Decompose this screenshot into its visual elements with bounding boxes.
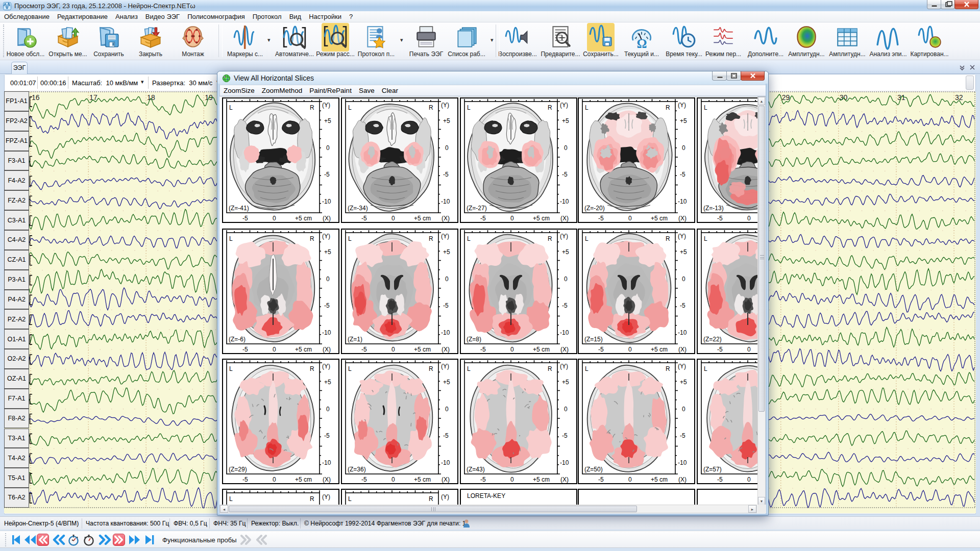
svg-text:R: R (666, 235, 670, 242)
svg-text:(X): (X) (560, 215, 569, 222)
svg-text:(Y): (Y) (678, 233, 686, 240)
svg-text:+5: +5 (562, 379, 569, 386)
svg-text:(Y): (Y) (678, 102, 686, 109)
svg-text:(Z=-34): (Z=-34) (348, 205, 368, 212)
svg-text:(Y): (Y) (678, 363, 686, 370)
svg-text:(X): (X) (442, 215, 450, 222)
svg-text:L: L (585, 235, 589, 242)
svg-text:R: R (666, 104, 670, 111)
svg-text:+5 cm: +5 cm (533, 215, 550, 222)
svg-text:(Y): (Y) (441, 233, 449, 240)
svg-text:0: 0 (273, 476, 276, 483)
svg-text:(Y): (Y) (560, 102, 568, 109)
svg-text:-5: -5 (361, 346, 367, 353)
svg-text:-5: -5 (480, 346, 486, 353)
svg-text:-5: -5 (443, 302, 449, 309)
svg-text:R: R (310, 495, 314, 503)
svg-text:L: L (467, 235, 471, 242)
svg-text:-5: -5 (562, 432, 568, 439)
svg-text:+5 cm: +5 cm (414, 476, 431, 483)
svg-text:-10: -10 (322, 459, 331, 466)
svg-text:+5: +5 (443, 248, 450, 256)
svg-text:+5: +5 (324, 248, 331, 256)
svg-text:(Y): (Y) (322, 233, 330, 240)
svg-text:(Z=50): (Z=50) (584, 466, 603, 473)
svg-text:(Z=36): (Z=36) (348, 466, 366, 473)
svg-text:LORETA-KEY: LORETA-KEY (467, 492, 505, 499)
svg-text:-5: -5 (480, 476, 486, 483)
svg-text:(Y): (Y) (441, 493, 449, 500)
svg-text:L: L (348, 365, 352, 372)
svg-text:+5 cm: +5 cm (295, 476, 312, 483)
svg-text:0: 0 (510, 476, 514, 483)
svg-text:-5: -5 (324, 302, 330, 309)
svg-text:(Z=-13): (Z=-13) (703, 205, 724, 212)
svg-text:-5: -5 (562, 171, 568, 178)
svg-text:-5: -5 (242, 215, 248, 222)
svg-text:+5: +5 (562, 248, 569, 256)
svg-text:+5 cm: +5 cm (295, 215, 312, 222)
svg-text:0: 0 (273, 346, 276, 353)
svg-text:R: R (548, 104, 552, 111)
svg-text:0: 0 (391, 476, 395, 483)
svg-text:L: L (704, 104, 707, 111)
svg-text:+5 cm: +5 cm (414, 346, 431, 353)
svg-text:-10: -10 (441, 329, 450, 336)
svg-text:0: 0 (445, 406, 449, 413)
svg-text:+5: +5 (443, 379, 450, 386)
svg-text:(X): (X) (442, 476, 450, 483)
svg-text:0: 0 (564, 144, 568, 152)
svg-text:-10: -10 (441, 459, 450, 466)
svg-text:L: L (585, 365, 589, 372)
svg-text:16: 16 (32, 93, 40, 102)
svg-text:(Z=-41): (Z=-41) (229, 205, 249, 212)
svg-text:+5 cm: +5 cm (295, 346, 312, 353)
svg-text:(Y): (Y) (441, 102, 449, 109)
svg-text:L: L (467, 365, 471, 372)
svg-text:Ω: Ω (637, 36, 647, 50)
svg-text:-5: -5 (598, 215, 604, 222)
svg-text:(X): (X) (323, 346, 331, 353)
svg-text:-5: -5 (680, 302, 685, 309)
svg-text:0: 0 (682, 276, 685, 283)
svg-text:(X): (X) (323, 215, 331, 222)
svg-text:(Z=-20): (Z=-20) (584, 205, 605, 212)
svg-text:+5 cm: +5 cm (414, 215, 431, 222)
svg-text:0: 0 (273, 215, 276, 222)
svg-text:0: 0 (682, 144, 685, 152)
svg-text:0: 0 (391, 215, 395, 222)
svg-text:(Z=29): (Z=29) (229, 466, 247, 473)
svg-text:-10: -10 (322, 329, 331, 336)
svg-text:-5: -5 (480, 215, 486, 222)
svg-text:R: R (429, 104, 433, 111)
svg-text:+5: +5 (324, 379, 331, 386)
svg-text:-10: -10 (678, 329, 687, 336)
svg-text:+5: +5 (324, 117, 331, 124)
svg-text:(Y): (Y) (322, 102, 330, 109)
svg-text:L: L (704, 235, 707, 242)
svg-text:L: L (229, 235, 233, 242)
svg-text:-5: -5 (361, 476, 367, 483)
svg-text:-5: -5 (324, 432, 330, 439)
svg-text:L: L (348, 104, 352, 111)
svg-text:-5: -5 (361, 215, 367, 222)
svg-text:-5: -5 (680, 171, 685, 178)
svg-text:L: L (348, 235, 352, 242)
svg-text:-5: -5 (443, 432, 449, 439)
svg-text:(X): (X) (442, 346, 450, 353)
svg-text:-5: -5 (680, 432, 685, 439)
svg-text:+5 cm: +5 cm (651, 476, 668, 483)
svg-text:(X): (X) (323, 476, 331, 483)
svg-text:-5: -5 (562, 302, 568, 309)
svg-text:-5: -5 (324, 171, 330, 178)
svg-text:0: 0 (628, 476, 632, 483)
svg-text:R: R (429, 365, 433, 372)
svg-text:+5: +5 (562, 117, 569, 124)
svg-text:R: R (666, 365, 670, 372)
svg-text:+5: +5 (680, 248, 687, 256)
svg-text:(Y): (Y) (560, 363, 568, 370)
svg-text:-5: -5 (717, 476, 723, 483)
svg-text:+5: +5 (680, 379, 687, 386)
svg-text:R: R (548, 365, 552, 372)
svg-text:+5 cm: +5 cm (533, 346, 550, 353)
